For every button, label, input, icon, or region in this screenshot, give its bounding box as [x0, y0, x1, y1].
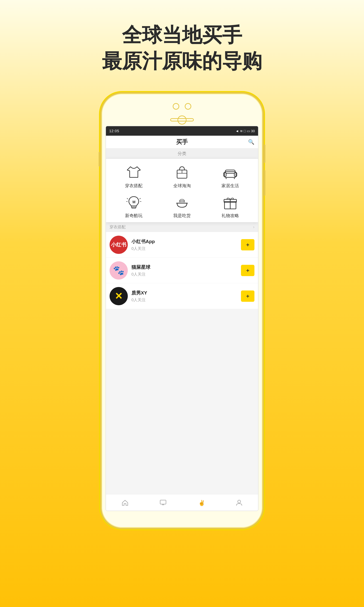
- bottom-navigation: ✌: [106, 494, 258, 511]
- search-icon[interactable]: 🔍: [248, 139, 254, 145]
- home-icon: [121, 499, 129, 506]
- headline-line2: 最原汁原味的导购: [102, 48, 262, 74]
- list-item-name: 质男XY: [131, 290, 237, 296]
- list-item-followers: 0人关注: [131, 271, 237, 277]
- category-grid-popup: 穿衣搭配 全球海淘: [106, 159, 258, 222]
- svg-rect-10: [132, 207, 136, 208]
- follow-button[interactable]: +: [241, 239, 254, 250]
- nav-item-peace[interactable]: ✌: [197, 499, 205, 506]
- follow-button[interactable]: +: [241, 290, 254, 302]
- side-button-right1: [263, 145, 265, 163]
- headline-section: 全球当地买手 最原汁原味的导购: [102, 22, 262, 74]
- list-item-info: 小红书App 0人关注: [131, 238, 237, 251]
- category-item-gift[interactable]: 礼物攻略: [206, 194, 254, 218]
- bag-icon: [174, 164, 190, 181]
- category-item-food[interactable]: 我是吃货: [158, 194, 206, 218]
- list-section-label: 穿衣搭配: [110, 224, 126, 230]
- phone-mockup: 12:05 ◄ ≋ □ ▭ 30 买手 🔍 分类 穿衣搭配: [100, 92, 264, 529]
- list-item-followers: 0人关注: [131, 246, 237, 251]
- category-section-label: 分类: [106, 148, 258, 159]
- category-label-fashion: 穿衣搭配: [125, 183, 143, 189]
- svg-line-14: [139, 198, 141, 199]
- gift-icon: [222, 194, 238, 211]
- list-item: 🐾 猫屎星球 0人关注 +: [106, 258, 258, 283]
- app-bar: 买手 🔍: [106, 136, 258, 148]
- list-item-followers: 0人关注: [131, 297, 237, 303]
- speaker-slot: [170, 118, 194, 121]
- svg-line-12: [127, 198, 128, 199]
- status-icons: ◄ ≋ □ ▭ 30: [235, 129, 255, 133]
- category-label-gift: 礼物攻略: [221, 213, 239, 218]
- svg-point-29: [238, 500, 241, 503]
- list-item: 小红书 小红书App 0人关注 +: [106, 232, 258, 258]
- list-item-info: 猫屎星球 0人关注: [131, 264, 237, 277]
- svg-text:✌: ✌: [198, 500, 205, 506]
- avatar: ✕: [110, 287, 128, 305]
- nav-item-home[interactable]: [121, 499, 129, 506]
- category-grid: 穿衣搭配 全球海淘: [110, 164, 254, 218]
- status-time: 12:05: [109, 129, 119, 133]
- shirt-icon: [126, 164, 142, 181]
- category-item-global[interactable]: 全球海淘: [158, 164, 206, 189]
- category-label-home: 家居生活: [221, 183, 239, 189]
- list-item-info: 质男XY 0人关注: [131, 290, 237, 303]
- category-item-fashion[interactable]: 穿衣搭配: [110, 164, 158, 189]
- list-area: 小红书 小红书App 0人关注 + 🐾 猫屎星球 0人关注 +: [106, 232, 258, 309]
- svg-text:M: M: [132, 200, 135, 204]
- side-button-left: [99, 152, 101, 166]
- camera-dot: [173, 103, 179, 110]
- category-item-home[interactable]: 家居生活: [206, 164, 254, 189]
- side-button-right2: [263, 170, 265, 196]
- monitor-icon: [159, 499, 167, 506]
- avatar: 小红书: [110, 236, 128, 254]
- headline-line1: 全球当地买手: [102, 22, 262, 48]
- category-item-cool[interactable]: M 新奇酷玩: [110, 194, 158, 218]
- status-bar: 12:05 ◄ ≋ □ ▭ 30: [106, 126, 258, 136]
- svg-rect-25: [160, 500, 166, 504]
- phone-top-bar: [173, 103, 191, 110]
- phone-screen: 12:05 ◄ ≋ □ ▭ 30 买手 🔍 分类 穿衣搭配: [105, 126, 259, 511]
- chevron-right-icon: ›: [253, 225, 254, 229]
- nav-item-monitor[interactable]: [159, 499, 167, 506]
- follow-button[interactable]: +: [241, 265, 254, 276]
- profile-icon: [235, 499, 243, 506]
- sofa-icon: [222, 164, 238, 181]
- bowl-icon: [174, 194, 190, 211]
- list-item-name: 猫屎星球: [131, 264, 237, 270]
- category-label-food: 我是吃货: [173, 213, 191, 218]
- list-item-name: 小红书App: [131, 238, 237, 245]
- camera-dot2: [185, 103, 191, 110]
- nav-item-profile[interactable]: [235, 499, 243, 506]
- category-label-global: 全球海淘: [173, 183, 191, 189]
- list-item: ✕ 质男XY 0人关注 +: [106, 283, 258, 309]
- avatar: 🐾: [110, 261, 128, 280]
- app-bar-title: 买手: [176, 138, 188, 146]
- bulb-icon: M: [126, 194, 142, 211]
- list-section-header[interactable]: 穿衣搭配 ›: [106, 222, 258, 232]
- peace-icon: ✌: [197, 499, 205, 506]
- category-label-cool: 新奇酷玩: [125, 213, 143, 218]
